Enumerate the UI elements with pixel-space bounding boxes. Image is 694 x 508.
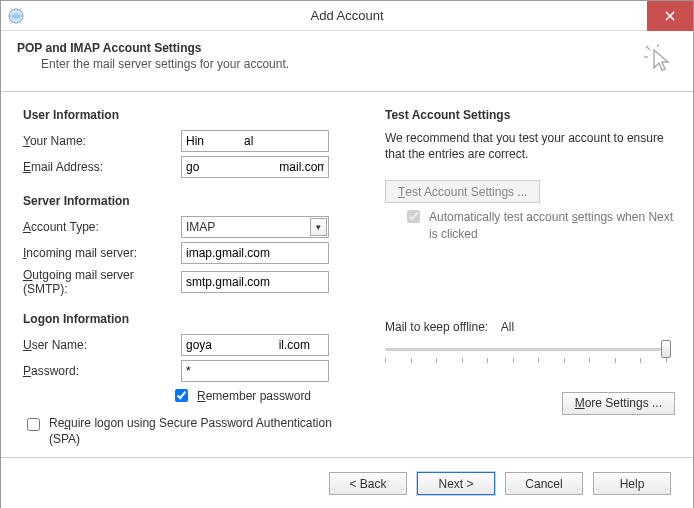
auto-test-checkbox[interactable] [407, 210, 420, 223]
remember-password-label: Remember password [197, 389, 311, 403]
add-account-dialog: Add Account POP and IMAP Account Setting… [0, 0, 694, 508]
section-user-info: User Information [23, 108, 363, 122]
require-spa-label: Require logon using Secure Password Auth… [49, 415, 349, 447]
content-area: User Information Your Name: Email Addres… [1, 92, 693, 457]
password-label: Password: [23, 364, 181, 378]
right-column: Test Account Settings We recommend that … [373, 108, 675, 447]
header-subtitle: Enter the mail server settings for your … [17, 57, 643, 71]
help-button[interactable]: Help [593, 472, 671, 495]
mail-keep-label: Mail to keep offline: [385, 320, 488, 334]
more-settings-button[interactable]: More Settings ... [562, 392, 675, 415]
mail-keep-value: All [501, 320, 514, 334]
svg-line-1 [646, 46, 650, 50]
incoming-label: Incoming mail server: [23, 246, 181, 260]
slider-thumb[interactable] [661, 340, 671, 358]
section-logon-info: Logon Information [23, 312, 363, 326]
left-column: User Information Your Name: Email Addres… [23, 108, 363, 447]
your-name-input[interactable] [181, 130, 329, 152]
back-button[interactable]: < Back [329, 472, 407, 495]
cursor-icon [643, 43, 677, 77]
user-name-input[interactable] [181, 334, 329, 356]
next-button[interactable]: Next > [417, 472, 495, 495]
outgoing-label: Outgoing mail server (SMTP): [23, 268, 181, 296]
cancel-button[interactable]: Cancel [505, 472, 583, 495]
auto-test-label: Automatically test account settings when… [429, 209, 675, 241]
mail-keep-row: Mail to keep offline: All [385, 320, 675, 364]
account-type-value: IMAP [186, 218, 215, 236]
email-input[interactable] [181, 156, 329, 178]
footer-buttons: < Back Next > Cancel Help [1, 457, 693, 508]
close-button[interactable] [647, 1, 693, 31]
test-account-settings-button[interactable]: Test Account Settings ... [385, 180, 540, 203]
outgoing-input[interactable] [181, 271, 329, 293]
account-type-label: Account Type: [23, 220, 181, 234]
incoming-input[interactable] [181, 242, 329, 264]
window-title: Add Account [1, 8, 693, 23]
email-label: Email Address: [23, 160, 181, 174]
app-icon [7, 7, 25, 25]
titlebar: Add Account [1, 1, 693, 31]
section-server-info: Server Information [23, 194, 363, 208]
password-input[interactable] [181, 360, 329, 382]
remember-password-checkbox[interactable] [175, 389, 188, 402]
your-name-label: Your Name: [23, 134, 181, 148]
header: POP and IMAP Account Settings Enter the … [1, 31, 693, 92]
section-test-account: Test Account Settings [385, 108, 675, 122]
account-type-select[interactable]: IMAP ▾ [181, 216, 329, 238]
chevron-down-icon: ▾ [310, 218, 327, 236]
user-name-label: User Name: [23, 338, 181, 352]
test-account-description: We recommend that you test your account … [385, 130, 675, 162]
mail-keep-slider[interactable] [385, 340, 667, 364]
require-spa-checkbox[interactable] [27, 418, 40, 431]
header-title: POP and IMAP Account Settings [17, 41, 643, 55]
